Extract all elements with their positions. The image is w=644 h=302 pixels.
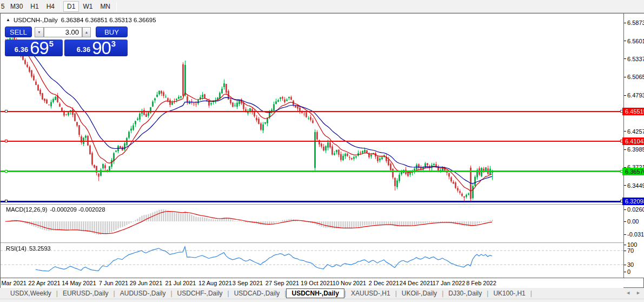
- tick-mark: [624, 77, 626, 77]
- date-axis[interactable]: 30 Mar 202122 Apr 202114 May 20217 Jun 2…: [1, 278, 623, 288]
- date-axis-label: 2 Dec 2021: [369, 280, 399, 286]
- sell-price-prefix: 6.36: [15, 45, 28, 54]
- date-axis-label: 30 Mar 2021: [0, 280, 26, 286]
- price-axis-tick: 6.39850: [624, 146, 644, 153]
- tick-mark: [624, 149, 626, 150]
- volume-down-button[interactable]: ▼: [35, 27, 44, 37]
- date-axis-label: 22 Apr 2021: [28, 280, 60, 286]
- price-axis-tick: 6.42570: [624, 128, 644, 135]
- level-line-handle[interactable]: [5, 170, 8, 173]
- chart-tab-ukoil-daily[interactable]: UKOil-,Daily: [397, 288, 442, 298]
- timeframe-button-H4[interactable]: H4: [43, 1, 58, 12]
- buy-button[interactable]: BUY: [96, 27, 128, 37]
- level-line-handle[interactable]: [5, 200, 8, 202]
- buy-price-pip: 3: [111, 39, 116, 48]
- level-line-handle[interactable]: [620, 140, 623, 142]
- date-axis-label: 10 Nov 2021: [333, 280, 366, 286]
- tick-mark: [624, 209, 626, 210]
- date-axis-label: 17 Jan 2022: [433, 280, 466, 286]
- indicator-axis-tick: 0: [624, 268, 630, 275]
- level-line-handle[interactable]: [620, 170, 623, 173]
- horizontal-level-line-6.45515[interactable]: [1, 111, 623, 112]
- timeframe-button-H1[interactable]: H1: [26, 1, 42, 12]
- tab-scroll-right-button[interactable]: ►: [636, 290, 641, 296]
- horizontal-level-line-6.41043[interactable]: [1, 141, 623, 142]
- tick-mark: [624, 131, 626, 132]
- one-click-trading-panel: SELL ▼ ▲ BUY 6.36 69 5 6.36 90 3: [5, 25, 128, 56]
- chart-tab-uk100-h1[interactable]: UK100-,H1: [488, 288, 530, 298]
- tick-mark: [624, 272, 626, 272]
- timeframe-button-5[interactable]: 5: [0, 1, 6, 12]
- tick-mark: [624, 234, 626, 235]
- date-axis-label: 24 Dec 2021: [400, 280, 433, 286]
- chart-tab-bar: USDX,Weekly|EURUSD-,Daily|AUDUSD-,Daily|…: [0, 288, 644, 299]
- date-axis-label: 7 Jun 2021: [99, 280, 128, 286]
- chart-tab-eurusd-daily[interactable]: EURUSD-,Daily: [58, 288, 114, 298]
- date-axis-label: 27 Sep 2021: [265, 280, 299, 286]
- tick-mark: [624, 58, 626, 59]
- horizontal-level-line-6.36570[interactable]: [1, 170, 623, 172]
- trade-panel-toggle-icon[interactable]: ▲: [6, 17, 10, 23]
- tab-scroll-left-button[interactable]: ◄: [626, 290, 630, 296]
- rsi-label: RSI(14): [6, 245, 26, 252]
- price-level-label: 6.36570: [622, 168, 644, 175]
- price-axis-tick: 6.50650: [624, 74, 644, 80]
- macd-indicator-header: MACD(12,26,9) -0.000209 -0.002028: [6, 206, 105, 213]
- indicator-axis-tick: 70: [624, 247, 634, 254]
- rsi-panel-divider[interactable]: [1, 242, 644, 244]
- tab-separator: |: [530, 290, 532, 297]
- macd-panel-divider[interactable]: [1, 204, 644, 205]
- tick-mark: [624, 23, 626, 23]
- price-axis[interactable]: 6.587306.560106.533706.506506.479306.425…: [624, 14, 644, 278]
- chart-tab-usdx-weekly[interactable]: USDX,Weekly: [5, 288, 56, 298]
- timeframe-button-W1[interactable]: W1: [79, 1, 96, 12]
- chart-window: ▲ USDCNH-,Daily 6.36384 6.36851 6.35313 …: [0, 13, 644, 288]
- level-line-handle[interactable]: [620, 200, 623, 202]
- tick-mark: [624, 41, 626, 41]
- price-axis-tick: 6.58730: [624, 19, 644, 26]
- price-level-label: 6.45515: [622, 108, 644, 115]
- chart-tab-usdchf-daily[interactable]: USDCHF-,Daily: [172, 288, 228, 298]
- tick-mark: [624, 185, 626, 186]
- timeframe-button-MN[interactable]: MN: [96, 1, 114, 12]
- timeframe-toolbar: 5M30H1H4D1W1MN: [0, 0, 644, 13]
- chart-tab-usdcnh-daily[interactable]: USDCNH-,Daily: [286, 288, 344, 298]
- macd-values: -0.000209 -0.002028: [50, 206, 105, 213]
- date-axis-label: 12 Aug 2021: [198, 280, 232, 286]
- price-level-label: 6.32098: [622, 198, 644, 205]
- date-axis-label: 14 May 2021: [62, 280, 96, 286]
- timeframe-button-M30[interactable]: M30: [6, 1, 26, 12]
- level-line-handle[interactable]: [620, 110, 623, 113]
- date-axis-label: 3 Sep 2021: [233, 280, 263, 286]
- indicator-axis-tick: 30: [624, 261, 634, 268]
- horizontal-level-line-6.32098[interactable]: [1, 201, 623, 202]
- level-line-handle[interactable]: [5, 140, 8, 142]
- rsi-indicator-header: RSI(14) 53.2593: [6, 245, 51, 252]
- date-axis-label: 19 Oct 2021: [301, 280, 333, 286]
- sell-price-box[interactable]: 6.36 69 5: [5, 40, 63, 56]
- tick-mark: [624, 95, 626, 96]
- timeframe-button-D1[interactable]: D1: [63, 1, 79, 12]
- price-level-label: 6.41043: [622, 137, 644, 145]
- indicator-axis-tick: 0.02607: [624, 206, 644, 213]
- macd-label: MACD(12,26,9): [6, 206, 47, 213]
- status-bar: [0, 299, 644, 302]
- buy-price-main: 90: [92, 41, 111, 55]
- price-axis-tick: 6.56010: [624, 38, 644, 44]
- buy-price-box[interactable]: 6.36 90 3: [64, 40, 128, 56]
- price-axis-tick: 6.53370: [624, 56, 644, 62]
- price-axis-tick: 6.47930: [624, 92, 644, 99]
- volume-input[interactable]: [44, 27, 82, 37]
- chart-tab-audusd-daily[interactable]: AUDUSD-,Daily: [115, 288, 171, 298]
- chart-tab-usdcad-daily[interactable]: USDCAD-,Daily: [229, 288, 285, 298]
- volume-up-button[interactable]: ▲: [82, 27, 91, 37]
- chart-tab-xauusd-h1[interactable]: XAUUSD-,H1: [346, 288, 395, 298]
- level-line-handle[interactable]: [5, 110, 8, 113]
- chart-tab-dj30-daily[interactable]: DJ30-,Daily: [443, 288, 487, 298]
- indicator-axis-tick: 0.00: [624, 218, 639, 225]
- sell-price-pip: 5: [49, 39, 54, 48]
- price-axis-tick: 6.34490: [624, 182, 644, 189]
- chart-ohlc-values: 6.36384 6.36851 6.35313 6.36695: [61, 17, 156, 23]
- date-axis-label: 29 Jun 2021: [130, 280, 163, 286]
- sell-button[interactable]: SELL: [5, 27, 32, 37]
